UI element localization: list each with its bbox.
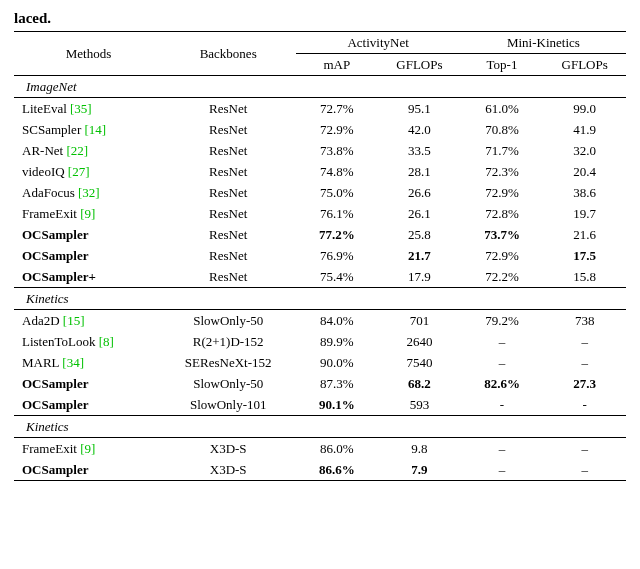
method-cell: OCSampler	[14, 394, 161, 416]
value-cell: 72.9%	[296, 119, 379, 140]
header-backbones: Backbones	[161, 32, 296, 76]
value-cell: –	[461, 352, 544, 373]
value-cell: 7.9	[378, 459, 461, 481]
value-cell: 75.0%	[296, 182, 379, 203]
value-cell: 74.8%	[296, 161, 379, 182]
table-row: MARL [34]SEResNeXt-15290.0%7540––	[14, 352, 626, 373]
value-cell: 82.6%	[461, 373, 544, 394]
table-row: AR-Net [22]ResNet73.8%33.571.7%32.0	[14, 140, 626, 161]
value-cell: 68.2	[378, 373, 461, 394]
table-row: ListenToLook [8]R(2+1)D-15289.9%2640––	[14, 331, 626, 352]
group-kinetics-2: Kinetics	[14, 416, 626, 438]
value-cell: 17.9	[378, 266, 461, 288]
backbone-cell: ResNet	[161, 245, 296, 266]
value-cell: 7540	[378, 352, 461, 373]
method-cell: SCSampler [14]	[14, 119, 161, 140]
method-name: LiteEval	[22, 101, 67, 116]
results-table: Methods Backbones ActivityNet Mini-Kinet…	[14, 31, 626, 481]
method-cell: FrameExit [9]	[14, 438, 161, 460]
value-cell: 84.0%	[296, 310, 379, 332]
method-cell: OCSampler	[14, 224, 161, 245]
value-cell: 73.7%	[461, 224, 544, 245]
citation: [15]	[63, 313, 85, 328]
header-methods: Methods	[14, 32, 161, 76]
value-cell: 87.3%	[296, 373, 379, 394]
method-name: OCSampler	[22, 376, 88, 391]
method-name: AdaFocus	[22, 185, 75, 200]
method-name: ListenToLook	[22, 334, 95, 349]
value-cell: 701	[378, 310, 461, 332]
header-activitynet: ActivityNet	[296, 32, 461, 54]
table-row: OCSamplerSlowOnly-10190.1%593--	[14, 394, 626, 416]
header-gflops-1: GFLOPs	[378, 54, 461, 76]
value-cell: 26.6	[378, 182, 461, 203]
citation: [27]	[68, 164, 90, 179]
backbone-cell: ResNet	[161, 182, 296, 203]
backbone-cell: X3D-S	[161, 438, 296, 460]
method-cell: videoIQ [27]	[14, 161, 161, 182]
value-cell: 593	[378, 394, 461, 416]
method-cell: OCSampler+	[14, 266, 161, 288]
backbone-cell: ResNet	[161, 203, 296, 224]
value-cell: -	[543, 394, 626, 416]
table-row: OCSamplerResNet77.2%25.873.7%21.6	[14, 224, 626, 245]
method-name: OCSampler	[22, 462, 88, 477]
citation: [22]	[66, 143, 88, 158]
group-kinetics-1: Kinetics	[14, 288, 626, 310]
table-row: OCSamplerX3D-S86.6%7.9––	[14, 459, 626, 481]
header-map: mAP	[296, 54, 379, 76]
value-cell: 2640	[378, 331, 461, 352]
value-cell: –	[461, 331, 544, 352]
method-cell: Ada2D [15]	[14, 310, 161, 332]
header-minikinetics: Mini-Kinetics	[461, 32, 626, 54]
value-cell: 26.1	[378, 203, 461, 224]
value-cell: 21.6	[543, 224, 626, 245]
method-cell: OCSampler	[14, 245, 161, 266]
value-cell: 76.1%	[296, 203, 379, 224]
truncated-word: laced	[14, 10, 47, 26]
value-cell: 9.8	[378, 438, 461, 460]
value-cell: –	[461, 438, 544, 460]
value-cell: 38.6	[543, 182, 626, 203]
value-cell: 15.8	[543, 266, 626, 288]
value-cell: 61.0%	[461, 98, 544, 120]
method-cell: ListenToLook [8]	[14, 331, 161, 352]
backbone-cell: SlowOnly-101	[161, 394, 296, 416]
backbone-cell: ResNet	[161, 161, 296, 182]
value-cell: 77.2%	[296, 224, 379, 245]
citation: [9]	[80, 206, 95, 221]
value-cell: 71.7%	[461, 140, 544, 161]
value-cell: 90.0%	[296, 352, 379, 373]
group-imagenet: ImageNet	[14, 76, 626, 98]
method-name: MARL	[22, 355, 59, 370]
method-name: OCSampler	[22, 227, 88, 242]
method-name: SCSampler	[22, 122, 81, 137]
value-cell: 28.1	[378, 161, 461, 182]
table-row: SCSampler [14]ResNet72.9%42.070.8%41.9	[14, 119, 626, 140]
table-row: OCSampler+ResNet75.4%17.972.2%15.8	[14, 266, 626, 288]
value-cell: 72.8%	[461, 203, 544, 224]
value-cell: 76.9%	[296, 245, 379, 266]
value-cell: –	[543, 459, 626, 481]
value-cell: 33.5	[378, 140, 461, 161]
value-cell: 21.7	[378, 245, 461, 266]
backbone-cell: X3D-S	[161, 459, 296, 481]
method-cell: FrameExit [9]	[14, 203, 161, 224]
value-cell: 86.0%	[296, 438, 379, 460]
value-cell: 25.8	[378, 224, 461, 245]
header-row-1: Methods Backbones ActivityNet Mini-Kinet…	[14, 32, 626, 54]
method-name: OCSampler	[22, 397, 88, 412]
value-cell: 72.3%	[461, 161, 544, 182]
citation: [8]	[99, 334, 114, 349]
backbone-cell: SEResNeXt-152	[161, 352, 296, 373]
backbone-cell: ResNet	[161, 98, 296, 120]
table-row: OCSamplerResNet76.9%21.772.9%17.5	[14, 245, 626, 266]
header-top1: Top-1	[461, 54, 544, 76]
value-cell: 27.3	[543, 373, 626, 394]
table-row: videoIQ [27]ResNet74.8%28.172.3%20.4	[14, 161, 626, 182]
value-cell: 86.6%	[296, 459, 379, 481]
method-cell: LiteEval [35]	[14, 98, 161, 120]
truncated-text: laced.	[14, 10, 626, 27]
value-cell: 95.1	[378, 98, 461, 120]
value-cell: –	[461, 459, 544, 481]
